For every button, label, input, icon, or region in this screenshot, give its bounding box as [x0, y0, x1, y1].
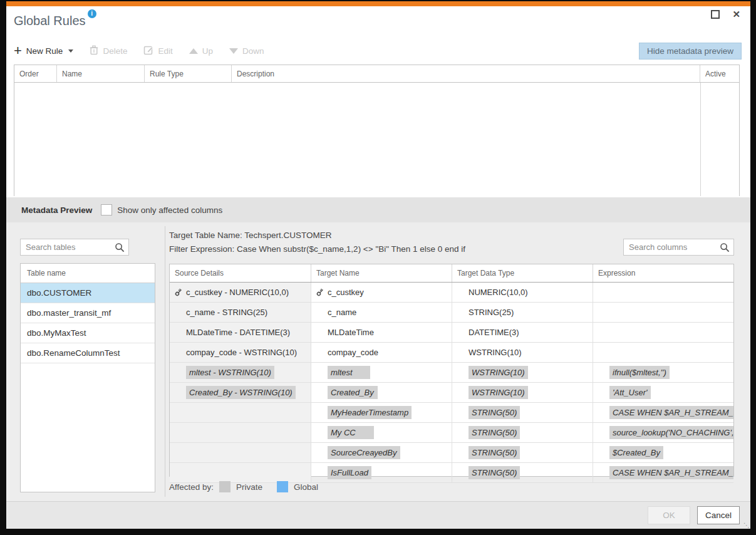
expression-cell: CASE WHEN $AR_H_STREAM_POSI... — [593, 463, 733, 482]
move-up-button[interactable]: Up — [189, 46, 213, 56]
target-name-cell: compay_code — [311, 343, 452, 362]
expression-cell: source_lookup('NO_CHACHING','D... — [593, 423, 733, 442]
source-details-cell: Created_By - WSTRING(10) — [170, 383, 311, 402]
delete-button[interactable]: Delete — [90, 45, 127, 57]
global-rules-dialog: Global Rulesi ✕ + New Rule Delete Edit U… — [6, 1, 750, 529]
rules-col-active: Active — [700, 65, 739, 82]
edit-icon — [143, 45, 153, 57]
target-data-type-cell: WSTRING(10) — [452, 383, 593, 402]
new-rule-label: New Rule — [26, 46, 63, 56]
show-affected-columns-checkbox[interactable] — [101, 204, 112, 216]
expression-text: source_lookup('NO_CHACHING','D... — [609, 426, 733, 439]
source-details-cell — [170, 463, 311, 482]
source-details-text: MLDateTime - DATETIME(3) — [186, 328, 290, 337]
cancel-button[interactable]: Cancel — [697, 506, 740, 524]
accent-bar — [6, 1, 750, 6]
target-name-text: c_custkey — [328, 288, 364, 297]
tables-list-header: Table name — [21, 264, 155, 283]
trash-icon — [90, 45, 98, 57]
down-label: Down — [242, 46, 264, 56]
edit-button[interactable]: Edit — [143, 45, 172, 57]
column-row: My CCSTRING(50)source_lookup('NO_CHACHIN… — [170, 423, 733, 443]
target-data-type-text: WSTRING(10) — [469, 366, 528, 379]
target-data-type-cell: STRING(25) — [452, 303, 593, 322]
resize-grip[interactable]: ⋱ — [743, 522, 750, 529]
target-name-cell: Created_By — [311, 383, 452, 402]
table-list-item[interactable]: dbo.CUSTOMER — [21, 283, 155, 303]
panel-divider — [165, 226, 165, 497]
page-title-text: Global Rules — [14, 14, 86, 28]
metadata-preview-area: Table name dbo.CUSTOMERdbo.master_transi… — [6, 222, 750, 501]
ok-button[interactable]: OK — [648, 506, 690, 524]
rules-col-rule-type: Rule Type — [145, 65, 232, 82]
maximize-icon[interactable] — [711, 10, 720, 19]
rules-table-header: Order Name Rule Type Description Active — [14, 65, 739, 83]
source-details-cell: compay_code - WSTRING(10) — [170, 343, 311, 362]
table-list-item[interactable]: dbo.MyMaxTest — [21, 323, 155, 343]
global-label: Global — [294, 482, 318, 492]
expression-cell: $Created_By — [593, 443, 733, 462]
dialog-footer: OK Cancel ⋱ — [6, 501, 750, 529]
target-name-cell: mltest — [311, 363, 452, 382]
active-column-divider — [700, 83, 701, 196]
search-columns-input[interactable] — [624, 239, 733, 255]
expression-text: $Created_By — [609, 446, 663, 459]
expression-cell — [593, 303, 733, 322]
new-rule-button[interactable]: + New Rule — [14, 45, 73, 56]
close-icon[interactable]: ✕ — [732, 10, 740, 19]
target-data-type-text: WSTRING(10) — [469, 348, 522, 357]
search-icon — [720, 242, 730, 255]
search-icon — [115, 242, 125, 255]
target-name-text: mltest — [328, 366, 370, 379]
move-down-button[interactable]: Down — [229, 46, 264, 56]
source-details-text: c_custkey - NUMERIC(10,0) — [186, 288, 289, 297]
target-data-type-text: STRING(25) — [469, 308, 514, 317]
target-name-text: MLDateTime — [328, 328, 374, 337]
source-details-text: c_name - STRING(25) — [186, 308, 267, 317]
source-details-cell — [170, 443, 311, 462]
target-data-type-text: NUMERIC(10,0) — [469, 288, 528, 297]
expression-cell: CASE WHEN $AR_H_STREAM_POSI... — [593, 403, 733, 422]
rules-col-name: Name — [57, 65, 145, 82]
source-details-cell: MLDateTime - DATETIME(3) — [170, 323, 311, 342]
columns-table-body: c_custkey - NUMERIC(10,0)c_custkeyNUMERI… — [170, 283, 733, 483]
table-list-item[interactable]: dbo.master_transit_mf — [21, 303, 155, 323]
target-table-name: Target Table Name: Techspert.CUSTOMER — [169, 231, 332, 240]
triangle-up-icon — [189, 48, 198, 54]
target-data-type-cell: STRING(50) — [452, 443, 593, 462]
search-tables-input[interactable] — [21, 239, 128, 255]
column-row: c_custkey - NUMERIC(10,0)c_custkeyNUMERI… — [170, 283, 733, 303]
table-list-item[interactable]: dbo.RenameColumnTest — [21, 343, 155, 363]
target-data-type-text: STRING(50) — [469, 426, 520, 439]
hide-metadata-preview-button[interactable]: Hide metadata preview — [639, 43, 742, 60]
edit-label: Edit — [158, 46, 172, 56]
source-details-text: mltest - WSTRING(10) — [186, 366, 274, 379]
target-data-type-cell: STRING(50) — [452, 463, 593, 482]
info-icon[interactable]: i — [88, 9, 96, 18]
rules-table: Order Name Rule Type Description Active — [14, 65, 740, 196]
target-name-text: compay_code — [328, 348, 378, 357]
target-data-type-text: STRING(50) — [469, 466, 520, 479]
column-row: IsFullLoadSTRING(50)CASE WHEN $AR_H_STRE… — [170, 463, 733, 483]
triangle-down-icon — [229, 48, 238, 54]
expression-cell: 'Att_User' — [593, 383, 733, 402]
target-data-type-cell: DATETIME(3) — [452, 323, 593, 342]
target-data-type-text: STRING(50) — [469, 446, 520, 459]
expression-text: ifnull($mltest,'') — [609, 366, 670, 379]
target-data-type-cell: STRING(50) — [452, 423, 593, 442]
expression-cell — [593, 323, 733, 342]
target-data-type-text: STRING(50) — [469, 406, 520, 419]
column-row: Created_By - WSTRING(10)Created_ByWSTRIN… — [170, 383, 733, 403]
delete-label: Delete — [103, 46, 127, 56]
private-label: Private — [236, 482, 262, 492]
target-name-text: My CC — [328, 426, 374, 439]
key-icon — [174, 288, 184, 297]
show-affected-columns-label: Show only affected columns — [117, 205, 222, 215]
column-row: MLDateTime - DATETIME(3)MLDateTimeDATETI… — [170, 323, 733, 343]
target-data-type-cell: STRING(50) — [452, 403, 593, 422]
key-icon — [316, 288, 325, 297]
target-name-cell: IsFullLoad — [311, 463, 452, 482]
toolbar: + New Rule Delete Edit Up Down Hide meta… — [14, 41, 742, 61]
target-data-type-text: DATETIME(3) — [469, 328, 519, 337]
col-target-name: Target Name — [311, 264, 452, 282]
